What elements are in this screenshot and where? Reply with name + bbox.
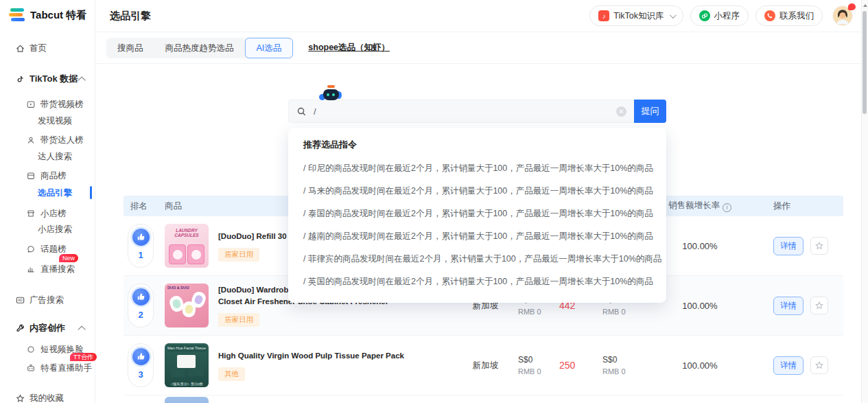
suggestion-item[interactable]: / 马来的商品发现时间在最近2个月，累计销量大于100，产品最近一周增长率大于1… — [288, 180, 666, 203]
new-badge: New — [59, 254, 78, 262]
sidebar-group-content-create[interactable]: 内容创作 — [0, 320, 95, 336]
tab-search-product[interactable]: 搜商品 — [106, 38, 154, 58]
home-icon — [14, 43, 25, 54]
scrollbar-thumb[interactable] — [863, 11, 867, 114]
creator-rank-icon — [25, 135, 36, 146]
price2-cell: S$0RMB 0 — [590, 355, 652, 376]
tab-ai-product[interactable]: AI选品 — [245, 38, 294, 58]
suggestion-dropdown: 推荐选品指令 / 印尼的商品发现时间在最近2个月，累计销量大于100，产品最近一… — [288, 128, 666, 303]
sidebar-item-shop-rank[interactable]: 小店榜 — [0, 205, 95, 222]
live-search-icon — [25, 264, 36, 275]
user-avatar[interactable] — [832, 5, 853, 26]
rank-badge: 2 — [128, 284, 154, 327]
sidebar-item-live-search[interactable]: 直播搜索 New — [0, 261, 95, 277]
face-swap-icon — [25, 344, 36, 355]
sidebar-item-video-rank[interactable]: 带货视频榜 — [0, 96, 95, 113]
chevron-down-icon — [669, 12, 676, 19]
miniprogram-button[interactable]: 小程序 — [690, 5, 749, 26]
thumb-up-icon — [132, 288, 150, 306]
sidebar-item-creator-search[interactable]: 达人搜索 — [0, 148, 95, 165]
rank-badge: 3 — [128, 343, 154, 387]
sidebar-item-live-assistant[interactable]: 特看直播助手 TT合作 — [0, 360, 95, 376]
chevron-up-icon — [78, 76, 85, 84]
col-action: 操作 — [748, 200, 843, 212]
contact-us-button[interactable]: 联系我们 — [755, 5, 823, 26]
suggestion-item[interactable]: / 越南的商品发现时间在最近2个月，累计销量大于100，产品最近一周增长率大于1… — [288, 225, 666, 248]
brand-name: Tabcut 特看 — [30, 9, 86, 22]
tab-group: 搜商品 商品热度趋势选品 AI选品 — [106, 38, 293, 58]
col-growth: 销售额增长率i — [652, 200, 748, 212]
tiktok-icon — [14, 73, 25, 84]
video-rank-icon — [25, 99, 36, 110]
miniprogram-icon — [699, 10, 710, 21]
sidebar-group-tiktok-data[interactable]: TikTok 数据 — [0, 71, 95, 87]
product-image: LAUNDRYCAPSULES — [165, 224, 209, 268]
sidebar-item-ad-search[interactable]: AD 广告搜索 — [0, 292, 95, 308]
col-rank: 排名 — [124, 200, 158, 212]
sidebar-item-creator-rank[interactable]: 带货达人榜 — [0, 132, 95, 148]
suggestion-item[interactable]: / 英国的商品发现时间在最近2个月，累计销量大于100，产品最近一周增长率大于1… — [288, 270, 666, 293]
brand-logo[interactable]: Tabcut 特看 — [9, 8, 86, 22]
clear-icon[interactable]: ✕ — [616, 106, 626, 117]
tiktok-kb-button[interactable]: ♪ TikTok知识库 — [589, 5, 683, 26]
tabcut-logo-icon — [9, 8, 25, 22]
search-input[interactable] — [314, 106, 616, 117]
suggestion-item[interactable]: / 泰国的商品发现时间在最近2个月，累计销量大于100，产品最近一周增长率大于1… — [288, 203, 666, 225]
growth-cell: 100.00% — [652, 241, 748, 251]
detail-button[interactable]: 详情 — [773, 356, 804, 375]
search-bar: ✕ 提问 — [288, 100, 666, 123]
category-tag: 其他 — [218, 367, 245, 381]
sidebar-item-topic-rank[interactable]: 话题榜 — [0, 241, 95, 257]
category-tag: 居家日用 — [218, 313, 259, 327]
ad-search-icon: AD — [14, 295, 25, 306]
active-indicator — [90, 186, 92, 199]
tt-coop-badge: TT合作 — [70, 353, 97, 361]
sales-cell: 250 — [559, 360, 590, 371]
detail-button[interactable]: 详情 — [773, 297, 804, 315]
shopee-link[interactable]: shopee选品（知虾） — [308, 42, 390, 54]
thumb-up-icon — [132, 348, 150, 365]
sidebar-item-product-engine[interactable]: 选品引擎 — [0, 185, 95, 201]
sidebar-item-shop-search[interactable]: 小店搜索 — [0, 221, 95, 238]
favorite-star-icon[interactable] — [810, 356, 828, 374]
vip-badge — [848, 3, 856, 10]
robot-mascot-icon — [318, 85, 343, 104]
phone-icon — [764, 10, 775, 21]
header-actions: ♪ TikTok知识库 小程序 联系我们 — [589, 5, 853, 26]
tab-trend-product[interactable]: 商品热度趋势选品 — [154, 38, 245, 58]
favorite-star-icon[interactable] — [810, 297, 828, 314]
page-header: 选品引擎 ♪ TikTok知识库 小程序 联系我们 — [95, 0, 861, 32]
topic-rank-icon — [25, 244, 36, 255]
sidebar-item-product-rank[interactable]: 商品榜 — [0, 168, 95, 184]
thumb-up-icon — [132, 229, 150, 246]
product-rank-icon — [25, 170, 36, 181]
search-icon — [296, 106, 307, 117]
suggestion-title: 推荐选品指令 — [288, 137, 666, 157]
main-content: 排名 商品 销售额增长率i 操作 1 LAUNDRYCA — [95, 64, 861, 403]
category-tag: 居家日用 — [218, 248, 259, 262]
sidebar-item-home[interactable]: 首页 — [0, 40, 95, 56]
app-window: Tabcut 特看 首页 TikTok 数据 带货视频榜 发现视频 带货达人榜 … — [0, 0, 868, 403]
shop-rank-icon — [25, 208, 36, 219]
chevron-up-icon — [78, 325, 85, 333]
svg-text:AD: AD — [17, 298, 22, 302]
country-cell: 新加坡 — [453, 360, 518, 371]
detail-button[interactable]: 详情 — [773, 237, 804, 255]
growth-cell: 100.00% — [652, 301, 748, 311]
table-row: 3 Man Hua Facial Tissue ◁服装显示▷ 显示p面 High… — [124, 336, 843, 395]
suggestion-item[interactable]: / 菲律宾的商品发现时间在最近2个月，累计销量大于100，产品最近一周增长率大于… — [288, 248, 666, 270]
info-icon[interactable]: i — [723, 203, 731, 212]
rank-badge: 1 — [128, 224, 154, 268]
scrollbar[interactable] — [861, 0, 868, 403]
sidebar-item-discover-video[interactable]: 发现视频 — [0, 113, 95, 129]
sidebar-item-favorites[interactable]: 我的收藏 — [0, 390, 95, 403]
product-image: DUO & DUO — [165, 284, 209, 327]
ask-button[interactable]: 提问 — [634, 100, 666, 123]
scroll-up-arrow-icon[interactable] — [863, 4, 867, 7]
suggestion-item[interactable]: / 印尼的商品发现时间在最近2个月，累计销量大于100，产品最近一周增长率大于1… — [288, 157, 666, 180]
product-title[interactable]: High Quality Virgin Wood Pulp Tissue Pap… — [218, 350, 405, 381]
favorite-star-icon[interactable] — [810, 237, 828, 255]
price-cell: S$0RMB 0 — [518, 355, 559, 376]
ai-search-area: ✕ 提问 推荐选品指令 / 印尼的商品发现时间在最近2个月，累计销量大于100，… — [288, 100, 666, 123]
live-assistant-icon — [25, 362, 36, 373]
